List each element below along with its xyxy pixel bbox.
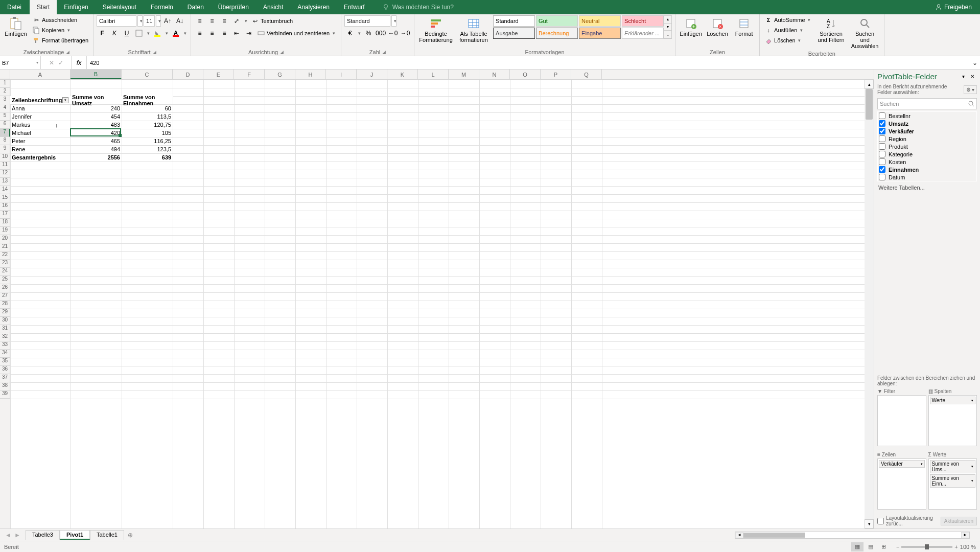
currency-button[interactable]: € [344,28,356,39]
autosum-button[interactable]: ΣAutoSumme▾ [763,15,813,25]
field-label[interactable]: Verkäufer [889,128,914,134]
merge-button[interactable]: Verbinden und zentrieren▾ [255,29,338,38]
page-layout-view-button[interactable]: ▤ [865,542,877,551]
row-header-16[interactable]: 16 [0,202,10,211]
row-header-27[interactable]: 27 [0,292,10,301]
field-checkbox-verkäufer[interactable] [879,128,885,134]
decrease-font-button[interactable]: A↓ [174,15,185,27]
sheet-nav-next[interactable]: ► [14,532,20,539]
font-color-button[interactable]: A [170,28,181,39]
row-header-8[interactable]: 8 [0,137,10,145]
align-right-button[interactable]: ≡ [219,28,230,39]
format-cells-button[interactable]: Format [732,15,756,38]
font-color-dropdown[interactable]: ▾ [182,28,188,39]
number-format-dropdown[interactable]: ▾ [391,15,396,27]
sort-filter-button[interactable]: AZSortieren und Filtern [815,15,847,44]
area-values-box[interactable]: Summe von Ums...▾Summe von Einn...▾ [928,458,977,510]
tab-daten[interactable]: Daten [180,0,211,14]
align-top-button[interactable]: ≡ [194,15,205,27]
delete-cells-button[interactable]: ×Löschen [705,15,730,38]
page-break-view-button[interactable]: ⊞ [878,542,890,551]
zoom-slider[interactable] [901,546,952,548]
style-erklaerender[interactable]: Erklärender ... [622,28,664,39]
row-header-30[interactable]: 30 [0,317,10,325]
row-header-21[interactable]: 21 [0,243,10,251]
format-as-table-button[interactable]: Als Tabelle formatieren [456,15,491,44]
column-header-J[interactable]: J [357,70,387,79]
style-ausgabe[interactable]: Ausgabe [493,28,535,39]
align-middle-button[interactable]: ≡ [206,15,218,27]
field-label[interactable]: Umsatz [889,121,908,127]
field-label[interactable]: Region [889,136,906,142]
field-label[interactable]: Produkt [889,144,908,150]
cell-grid[interactable]: ZeilenbeschriftungenSumme von UmsatzSumm… [10,80,865,528]
percent-button[interactable]: % [363,28,374,39]
column-header-O[interactable]: O [510,70,541,79]
copy-button[interactable]: Kopieren▾ [31,26,90,35]
share-button[interactable]: Freigeben [927,4,980,11]
area-rows-item[interactable]: Verkäufer▾ [879,460,925,468]
row-header-3[interactable]: 3 [0,96,10,104]
insert-cells-button[interactable]: +Einfügen [679,15,703,38]
area-rows-box[interactable]: Verkäufer▾ [877,458,926,510]
clipboard-launcher[interactable]: ◢ [66,50,69,55]
decrease-indent-button[interactable]: ⇤ [231,28,242,39]
field-list-settings-dropdown[interactable]: ▾ [959,72,968,81]
tab-seitenlayout[interactable]: Seitenlayout [96,0,144,14]
row-header-17[interactable]: 17 [0,211,10,219]
style-gut[interactable]: Gut [536,15,578,27]
field-checkbox-kosten[interactable] [879,158,885,165]
field-label[interactable]: Bestellnr [889,113,911,119]
field-checkbox-umsatz[interactable] [879,120,885,127]
formula-input[interactable]: 420 [87,56,970,69]
row-header-24[interactable]: 24 [0,268,10,276]
zoom-level[interactable]: 100 % [960,544,976,550]
conditional-formatting-button[interactable]: Bedingte Formatierung [417,15,454,44]
column-header-D[interactable]: D [173,70,203,79]
row-header-25[interactable]: 25 [0,276,10,284]
row-header-7[interactable]: 7 [0,129,10,137]
field-checkbox-einnahmen[interactable] [879,166,885,173]
field-label[interactable]: Kategorie [889,151,913,157]
row-header-2[interactable]: 2 [0,88,10,96]
fill-color-button[interactable] [152,28,163,39]
field-checkbox-region[interactable] [879,135,885,142]
row-header-38[interactable]: 38 [0,382,10,390]
orientation-button[interactable]: ⤢ [231,15,242,27]
row-header-18[interactable]: 18 [0,219,10,227]
sheet-tab-tabelle1[interactable]: Tabelle1 [90,530,124,540]
area-columns-item[interactable]: Werte▾ [930,397,976,404]
number-format-select[interactable]: Standard [344,15,390,27]
select-all-button[interactable] [0,70,10,79]
vertical-scrollbar[interactable]: ▴▾ [865,80,874,528]
field-checkbox-datum[interactable] [879,174,885,180]
fill-color-dropdown[interactable]: ▾ [164,28,169,39]
tab-entwurf[interactable]: Entwurf [337,0,372,14]
style-schlecht[interactable]: Schlecht [622,15,664,27]
underline-button[interactable]: U [121,28,132,39]
row-header-33[interactable]: 33 [0,341,10,350]
align-bottom-button[interactable]: ≡ [219,15,230,27]
font-name-dropdown[interactable]: ▾ [137,15,143,27]
sheet-nav-prev[interactable]: ◄ [5,532,11,539]
tab-ansicht[interactable]: Ansicht [256,0,290,14]
row-header-22[interactable]: 22 [0,251,10,260]
row-header-14[interactable]: 14 [0,186,10,194]
style-eingabe[interactable]: Eingabe [579,28,621,39]
increase-indent-button[interactable]: ⇥ [243,28,254,39]
row-header-20[interactable]: 20 [0,235,10,243]
row-header-23[interactable]: 23 [0,260,10,268]
name-box[interactable]: B7▾ [0,56,41,69]
tab-ueberpruefen[interactable]: Überprüfen [211,0,256,14]
align-launcher[interactable]: ◢ [280,50,284,55]
column-header-P[interactable]: P [541,70,571,79]
field-label[interactable]: Einnahmen [889,167,919,173]
tab-analysieren[interactable]: Analysieren [290,0,337,14]
field-list-tools-button[interactable]: ⚙▾ [964,85,977,94]
increase-font-button[interactable]: A↑ [162,15,173,27]
increase-decimal-button[interactable]: ←0 [387,28,399,39]
number-launcher[interactable]: ◢ [382,50,386,55]
row-header-37[interactable]: 37 [0,374,10,382]
row-header-39[interactable]: 39 [0,390,10,399]
font-size-dropdown[interactable]: ▾ [156,15,161,27]
